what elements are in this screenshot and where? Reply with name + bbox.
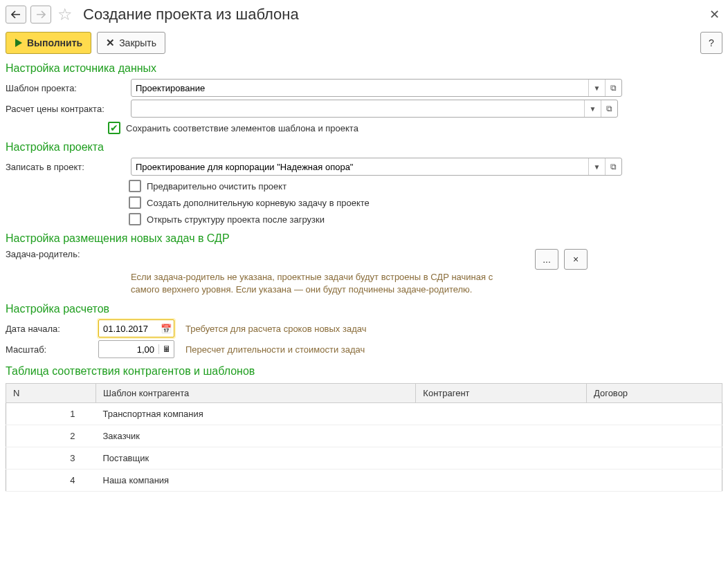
open-structure-checkbox[interactable] [129, 213, 141, 225]
writeto-input[interactable] [131, 158, 588, 175]
clear-icon: × [573, 254, 579, 265]
writeto-dropdown-icon[interactable]: ▼ [588, 158, 605, 175]
arrow-right-icon [36, 10, 46, 19]
scale-input[interactable] [99, 344, 158, 355]
scale-label: Масштаб: [6, 344, 94, 355]
table-row[interactable]: 3Поставщик [6, 447, 722, 470]
window-close-button[interactable]: ✕ [707, 4, 722, 25]
template-dropdown-icon[interactable]: ▼ [588, 80, 605, 96]
open-structure-label: Открыть структуру проекта после загрузки [147, 214, 325, 225]
execute-label: Выполнить [27, 37, 82, 48]
table-row[interactable]: 2Заказчик [6, 425, 722, 447]
command-bar: Выполнить ✕ Закрыть ? [6, 32, 722, 54]
writeto-open-icon[interactable]: ⧉ [605, 158, 621, 175]
save-mapping-checkbox[interactable] [108, 122, 120, 134]
calc-price-open-icon[interactable]: ⧉ [601, 100, 617, 117]
col-contractor: Контрагент [416, 384, 587, 403]
page-title: Создание проекта из шаблона [83, 6, 299, 24]
calendar-icon[interactable]: 📅 [158, 324, 174, 334]
nav-forward-button[interactable] [30, 6, 51, 24]
root-task-label: Создать дополнительную корневую задачу в… [147, 198, 370, 208]
calc-price-label: Расчет цены контракта: [6, 104, 127, 114]
calc-price-combo[interactable]: ▼ ⧉ [131, 100, 618, 118]
col-contract: Договор [587, 384, 722, 403]
section-project-head: Настройка проекта [6, 141, 722, 154]
favorite-star-icon[interactable]: ☆ [55, 5, 75, 24]
arrow-left-icon [11, 10, 21, 19]
start-date-field[interactable]: 📅 [98, 319, 174, 337]
section-source-head: Настройка источника данных [6, 62, 722, 75]
template-input[interactable] [131, 80, 588, 96]
help-button[interactable]: ? [700, 32, 722, 54]
help-icon: ? [709, 37, 714, 48]
close-button[interactable]: ✕ Закрыть [97, 32, 165, 54]
section-wbs-head: Настройка размещения новых задач в СДР [6, 232, 722, 245]
start-date-label: Дата начала: [6, 324, 94, 334]
parent-hint: Если задача-родитель не указана, проектн… [131, 271, 518, 296]
mapping-table: N Шаблон контрагента Контрагент Договор … [6, 383, 722, 492]
nav-back-button[interactable] [6, 6, 26, 24]
preclear-label: Предварительно очистить проект [147, 181, 286, 192]
template-combo[interactable]: ▼ ⧉ [131, 79, 622, 97]
calculator-icon[interactable]: 🖩 [158, 344, 174, 354]
play-icon [15, 38, 23, 48]
parent-select-button[interactable]: ... [535, 249, 558, 270]
ellipsis-icon: ... [543, 254, 551, 265]
close-icon: ✕ [106, 37, 115, 49]
scale-hint: Пересчет длительности и стоимости задач [185, 344, 365, 355]
parent-task-label: Задача-родитель: [6, 249, 127, 259]
table-row[interactable]: 4Наша компания [6, 470, 722, 492]
titlebar: ☆ Создание проекта из шаблона ✕ [6, 4, 722, 25]
scale-field[interactable]: 🖩 [98, 340, 174, 358]
execute-button[interactable]: Выполнить [6, 32, 91, 54]
calc-price-input[interactable] [131, 100, 584, 117]
writeto-combo[interactable]: ▼ ⧉ [131, 158, 622, 176]
parent-clear-button[interactable]: × [564, 249, 588, 270]
root-task-checkbox[interactable] [129, 196, 141, 209]
col-template: Шаблон контрагента [96, 384, 416, 403]
start-date-hint: Требуется для расчета сроков новых задач [185, 324, 366, 334]
start-date-input[interactable] [99, 324, 158, 334]
template-label: Шаблон проекта: [6, 83, 127, 93]
save-mapping-label: Сохранить соответствие элементов шаблона… [126, 123, 358, 133]
col-n: N [6, 384, 96, 403]
section-calc-head: Настройка расчетов [6, 303, 722, 315]
writeto-label: Записать в проект: [6, 162, 127, 172]
table-row[interactable]: 1Транспортная компания [6, 403, 722, 425]
table-header-row: N Шаблон контрагента Контрагент Договор [6, 384, 722, 403]
preclear-checkbox[interactable] [129, 180, 141, 192]
section-table-head: Таблица соответствия контрагентов и шабл… [6, 365, 722, 378]
close-label: Закрыть [119, 37, 156, 48]
template-open-icon[interactable]: ⧉ [605, 80, 621, 96]
calc-price-dropdown-icon[interactable]: ▼ [584, 100, 601, 117]
